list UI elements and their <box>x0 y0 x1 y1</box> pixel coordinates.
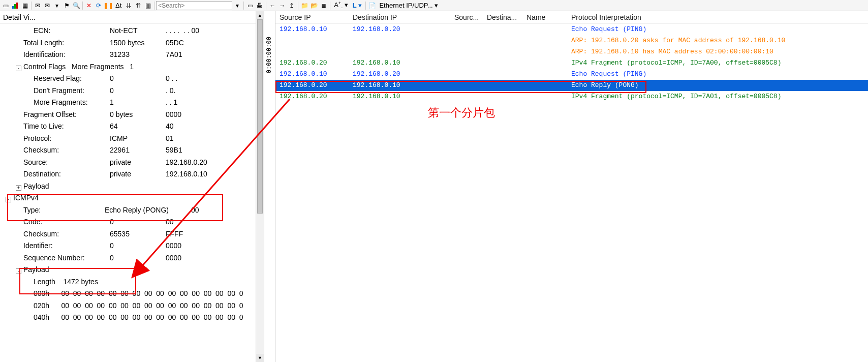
annotation-text: 第一个分片包 <box>428 105 495 120</box>
sort-desc-icon[interactable]: ⇈ <box>134 1 143 10</box>
tree-row[interactable]: Don't Fragment:0. 0. <box>3 85 256 97</box>
separator <box>154 2 154 10</box>
tree-value <box>110 192 166 204</box>
tree-value: 65535 <box>110 228 166 240</box>
col-header-name[interactable]: Name <box>526 13 571 21</box>
tree-row[interactable]: Identification:312337A01 <box>3 49 256 61</box>
tree-hex: 01 <box>166 133 256 145</box>
close-x-icon[interactable]: ✕ <box>84 1 94 10</box>
packet-list-header: Source IP Destination IP Sourc... Destin… <box>275 11 868 24</box>
col-header-source-port[interactable]: Sourc... <box>454 13 487 21</box>
tree-value: Echo Reply (PONG) <box>105 204 191 217</box>
tree-row[interactable]: Code:000 <box>3 216 256 228</box>
tree-row[interactable]: Protocol:ICMP01 <box>3 133 256 145</box>
svg-rect-2 <box>16 3 18 9</box>
font-size-button[interactable]: A+- ▾ <box>332 1 350 10</box>
search-input[interactable] <box>156 1 232 10</box>
nav-up-icon[interactable]: ↥ <box>287 1 296 10</box>
tree-row[interactable]: Source:private192.168.0.20 <box>3 157 256 169</box>
tree-row[interactable]: Reserved Flag:00 . . <box>3 73 256 85</box>
barchart-icon[interactable] <box>11 1 20 10</box>
scroll-thumb[interactable] <box>257 19 263 214</box>
tree-label: Time to Live: <box>23 120 110 133</box>
packet-row[interactable]: 192.168.0.20192.168.0.10Echo Reply (PONG… <box>275 80 868 91</box>
collapse-icon[interactable]: - <box>16 66 21 71</box>
tree-row[interactable]: Sequence Number:00000 <box>3 252 256 264</box>
folder-open-icon[interactable]: 📂 <box>309 1 319 10</box>
tree-row[interactable]: Type:Echo Reply (PONG)00 <box>3 204 256 217</box>
packet-list[interactable]: 192.168.0.10192.168.0.20Echo Request (PI… <box>275 24 868 102</box>
delta-t-button[interactable]: Δt <box>113 2 123 9</box>
nav-fwd-icon[interactable]: → <box>277 1 287 10</box>
funnel-icon[interactable]: ▾ <box>52 1 61 10</box>
packet-row[interactable]: 192.168.0.20192.168.0.10IPv4 Fragment (p… <box>275 57 868 69</box>
new-window-icon[interactable]: ▭ <box>245 1 255 10</box>
tree-row[interactable]: More Fragments:1. . 1 <box>3 97 256 109</box>
tree-row[interactable]: Total Length:1500 bytes05DC <box>3 37 256 49</box>
layout-button[interactable]: L ▾ <box>351 2 364 9</box>
mail-out-icon[interactable]: ✉ <box>43 1 52 10</box>
tree-value: 64 <box>110 120 166 133</box>
tree-row[interactable]: -Control Flags More Fragments 1 <box>3 61 256 73</box>
list-icon[interactable]: ≣ <box>319 1 328 10</box>
tree-hex: 192.168.0.20 <box>166 157 256 169</box>
tree-row[interactable]: -Payload <box>3 264 256 276</box>
col-header-dest-port[interactable]: Destina... <box>487 13 526 21</box>
tree-label: Identification: <box>23 49 110 61</box>
tree-row[interactable]: -ICMPv4 <box>3 192 256 204</box>
tree-row[interactable]: 040h 00 00 00 00 00 00 00 00 00 00 00 00… <box>3 312 256 324</box>
tree-row[interactable]: ECN:Not-ECT. . . . . . 00 <box>3 25 256 37</box>
tree-row[interactable]: Checksum:2296159B1 <box>3 144 256 157</box>
profile-doc-icon[interactable]: 📄 <box>367 1 377 10</box>
tree-hex: 7A01 <box>166 49 256 61</box>
tree-hex: . . . . . . 00 <box>166 25 256 37</box>
cell-protocol: Echo Request (PING) <box>571 24 867 35</box>
tree-row[interactable]: Destination:private192.168.0.10 <box>3 168 256 180</box>
detail-tree[interactable]: ECN:Not-ECT. . . . . . 00Total Length:15… <box>0 24 256 362</box>
mail-in-icon[interactable]: ✉ <box>33 1 42 10</box>
packet-row[interactable]: 192.168.0.10192.168.0.20Echo Request (PI… <box>275 69 868 80</box>
packet-row[interactable]: ARP: 192.168.0.10 has MAC address 02:00:… <box>275 46 868 57</box>
sort-asc-icon[interactable]: ⇊ <box>124 1 133 10</box>
scroll-up-button[interactable]: ▲ <box>256 11 264 19</box>
vertical-scrollbar[interactable]: ▲ ▼ <box>256 11 264 362</box>
nav-back-icon[interactable]: ← <box>268 1 277 10</box>
col-header-source-ip[interactable]: Source IP <box>276 13 353 21</box>
tree-row[interactable]: +Payload <box>3 180 256 193</box>
tree-label: Checksum: <box>23 228 110 240</box>
profile-selector[interactable]: Ethernet IP/UDP... ▾ <box>377 2 440 9</box>
table-icon[interactable]: ▦ <box>20 1 29 10</box>
tree-row[interactable]: Length 1472 bytes <box>3 276 256 288</box>
scroll-down-button[interactable]: ▼ <box>256 354 264 362</box>
collapse-icon[interactable]: - <box>6 197 11 202</box>
tree-row[interactable]: Identifier:00000 <box>3 240 256 252</box>
tree-value: 0 <box>110 85 166 97</box>
print-icon[interactable]: 🖶 <box>255 1 264 10</box>
tree-row[interactable]: Checksum:65535FFFF <box>3 228 256 240</box>
folder-icon[interactable]: 📁 <box>300 1 309 10</box>
tree-row[interactable]: 020h 00 00 00 00 00 00 00 00 00 00 00 00… <box>3 300 256 312</box>
flag-icon[interactable]: ⚑ <box>62 1 71 10</box>
binoculars-icon[interactable]: 🔍 <box>72 1 81 10</box>
tree-label: Payload <box>23 180 110 193</box>
tree-hex <box>166 264 256 276</box>
card-icon[interactable]: ▭ <box>1 1 10 10</box>
tree-row[interactable]: Fragment Offset:0 bytes0000 <box>3 109 256 121</box>
refresh-icon[interactable]: ⟳ <box>94 1 103 10</box>
packet-row[interactable]: 192.168.0.20192.168.0.10IPv4 Fragment (p… <box>275 91 868 102</box>
expand-icon[interactable]: + <box>16 185 21 191</box>
cell-source-ip: 192.168.0.10 <box>276 24 353 35</box>
tree-hex: 0000 <box>166 109 256 121</box>
col-header-protocol[interactable]: Protocol Interpretation <box>571 13 867 21</box>
packet-row[interactable]: 192.168.0.10192.168.0.20Echo Request (PI… <box>275 24 868 35</box>
tree-row[interactable]: 000h 00 00 00 00 00 00 00 00 00 00 00 00… <box>3 288 256 300</box>
tree-row[interactable]: Time to Live:6440 <box>3 120 256 133</box>
separator <box>266 2 266 10</box>
columns-icon[interactable]: ▥ <box>143 1 152 10</box>
tree-hex: 0000 <box>166 252 256 264</box>
col-header-dest-ip[interactable]: Destination IP <box>353 13 454 21</box>
pause-icon[interactable]: ❚❚ <box>104 1 113 10</box>
collapse-icon[interactable]: - <box>16 268 21 274</box>
packet-row[interactable]: ARP: 192.168.0.20 asks for MAC address o… <box>275 35 868 46</box>
search-dropdown-icon[interactable]: ▾ <box>233 1 242 10</box>
